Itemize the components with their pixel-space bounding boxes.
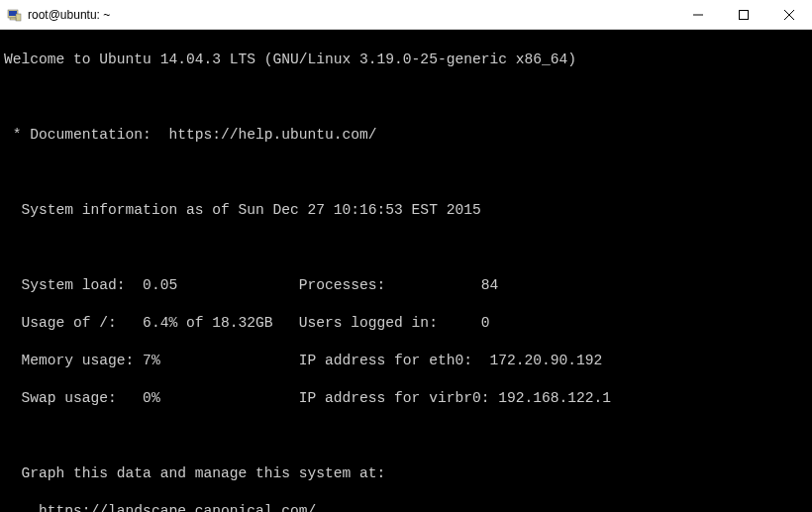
stat-line-3: Memory usage: 7% IP address for eth0: 17… bbox=[4, 353, 602, 368]
putty-icon bbox=[6, 7, 22, 23]
sysinfo-header: System information as of Sun Dec 27 10:1… bbox=[4, 202, 481, 218]
graph-line-2: https://landscape.canonical.com/ bbox=[4, 503, 316, 512]
docs-line: * Documentation: https://help.ubuntu.com… bbox=[4, 127, 377, 143]
svg-rect-2 bbox=[16, 14, 21, 21]
close-button[interactable] bbox=[766, 0, 812, 29]
window-title: root@ubuntu: ~ bbox=[28, 8, 110, 22]
svg-rect-3 bbox=[10, 18, 16, 20]
stat-line-2: Usage of /: 6.4% of 18.32GB Users logged… bbox=[4, 315, 489, 331]
maximize-button[interactable] bbox=[721, 0, 766, 29]
window-titlebar: root@ubuntu: ~ bbox=[0, 0, 812, 30]
stat-line-4: Swap usage: 0% IP address for virbr0: 19… bbox=[4, 390, 611, 406]
stat-line-1: System load: 0.05 Processes: 84 bbox=[4, 277, 498, 293]
svg-rect-5 bbox=[740, 10, 749, 19]
window-controls bbox=[675, 0, 812, 29]
terminal-output[interactable]: Welcome to Ubuntu 14.04.3 LTS (GNU/Linux… bbox=[0, 30, 812, 512]
graph-line-1: Graph this data and manage this system a… bbox=[4, 465, 385, 481]
minimize-button[interactable] bbox=[675, 0, 721, 29]
welcome-line: Welcome to Ubuntu 14.04.3 LTS (GNU/Linux… bbox=[4, 51, 576, 67]
